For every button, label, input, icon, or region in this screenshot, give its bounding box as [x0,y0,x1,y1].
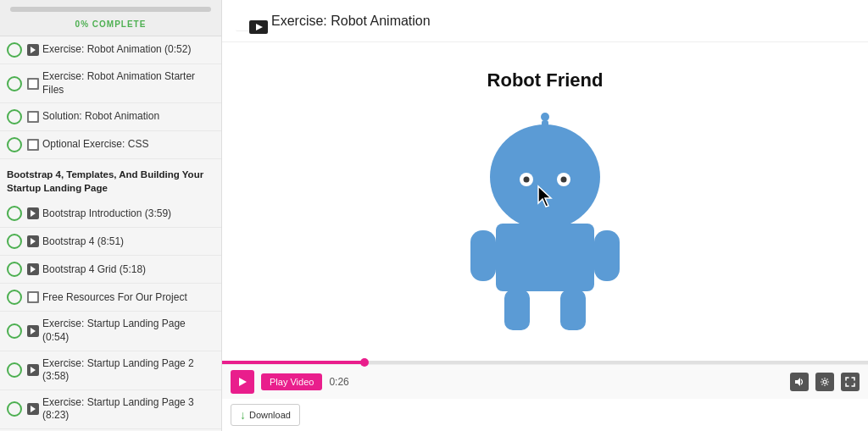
doc-icon [27,111,39,123]
sidebar-item-bootstrap4[interactable]: Bootstrap 4 (8:51) [0,228,221,256]
download-section: Download [222,404,868,426]
sidebar-item-label: Exercise: Robot Animation (0:52) [42,43,214,57]
completion-circle [7,234,22,249]
svg-rect-5 [594,230,620,281]
sidebar-item-label: Exercise: Startup Landing Page 3 (8:23) [42,396,214,423]
robot-illustration [452,105,638,334]
sidebar-item-robot-starter[interactable]: Exercise: Robot Animation Starter Files [0,64,221,103]
sidebar-item-exercise-startup2[interactable]: Exercise: Startup Landing Page 2 (3:58) [0,351,221,390]
sidebar-item-label: Exercise: Startup Landing Page 2 (3:58) [42,357,214,384]
doc-icon [27,139,39,151]
svg-point-14 [541,113,549,121]
time-display: 0:26 [329,376,348,388]
svg-rect-7 [560,290,586,330]
completion-circle [7,362,22,378]
video-controls: Play Video 0:26 [222,361,868,431]
video-icon [27,263,39,275]
completion-circle [7,137,22,152]
completion-circle [7,76,22,91]
sidebar-item-label: Bootstrap 4 Grid (5:18) [42,263,214,277]
volume-svg [794,377,804,387]
doc-icon [27,291,39,303]
sidebar-item-free-resources[interactable]: Free Resources For Our Project [0,284,221,312]
sidebar-item-robot-animation[interactable]: Exercise: Robot Animation (0:52) [0,36,221,64]
sidebar-item-label: Exercise: Startup Landing Page (0:54) [42,318,214,344]
video-icon [27,44,39,56]
fullscreen-svg [845,377,855,387]
video-progress-bar[interactable] [222,361,868,364]
progress-section: 0% COMPLETE [0,0,221,36]
volume-icon[interactable] [790,373,809,391]
sidebar-item-optional-css[interactable]: Optional Exercise: CSS [0,131,221,159]
svg-point-2 [490,124,600,229]
completion-circle [7,323,22,339]
sidebar-item-label: Bootstrap 4 (8:51) [42,235,214,249]
controls-row: Play Video 0:26 [222,364,868,399]
svg-rect-3 [496,224,594,291]
sidebar-item-bootstrap-intro[interactable]: Bootstrap Introduction (3:59) [0,200,221,228]
fullscreen-icon[interactable] [841,373,860,391]
main-header: Exercise: Robot Animation [222,0,868,42]
sidebar-item-exercise-startup[interactable]: Exercise: Startup Landing Page (0:54) [0,312,221,351]
settings-svg [820,377,830,387]
video-title: Robot Friend [487,69,604,91]
svg-point-16 [823,380,826,384]
svg-point-11 [561,177,567,183]
sidebar-item-bootstrap4-grid[interactable]: Bootstrap 4 Grid (5:18) [0,256,221,284]
video-icon [27,325,39,337]
play-button[interactable] [231,370,254,394]
sidebar-item-label: Optional Exercise: CSS [42,138,214,152]
main-header-title: Exercise: Robot Animation [271,14,431,29]
progress-label: 0% COMPLETE [75,19,147,29]
svg-marker-15 [795,378,800,386]
svg-rect-4 [470,230,496,281]
completion-circle [7,109,22,124]
sidebar-item-exercise-startup3[interactable]: Exercise: Startup Landing Page 3 (8:23) [0,390,221,429]
main-content: Exercise: Robot Animation Robot Friend [222,0,868,431]
sidebar-item-label: Solution: Robot Animation [42,110,214,124]
completion-circle [7,290,22,305]
sidebar: 0% COMPLETE Exercise: Robot Animation (0… [0,0,222,431]
section-header-bootstrap: Bootstrap 4, Templates, And Building You… [0,159,221,200]
completion-circle [7,262,22,277]
sidebar-item-solution-robot[interactable]: Solution: Robot Animation [0,103,221,131]
video-progress-fill [222,361,364,364]
completion-circle [7,401,22,417]
completion-circle [7,206,22,221]
sidebar-item-label: Free Resources For Our Project [42,291,214,305]
sidebar-item-label: Exercise: Robot Animation Starter Files [42,70,214,97]
header-video-icon [236,10,263,31]
play-video-button[interactable]: Play Video [261,373,322,390]
completion-circle [7,42,22,58]
video-icon [27,364,39,376]
sidebar-item-label: Bootstrap Introduction (3:59) [42,207,214,221]
doc-icon [27,78,39,90]
video-icon [27,403,39,415]
robot-svg [452,105,638,334]
settings-icon[interactable] [815,373,834,391]
video-icon [27,235,39,247]
progress-track [10,7,211,12]
svg-rect-6 [504,290,530,330]
svg-point-10 [524,177,530,183]
video-icon [27,207,39,219]
video-area: Robot Friend [222,42,868,361]
download-button[interactable]: Download [231,404,300,426]
svg-rect-13 [542,120,548,130]
